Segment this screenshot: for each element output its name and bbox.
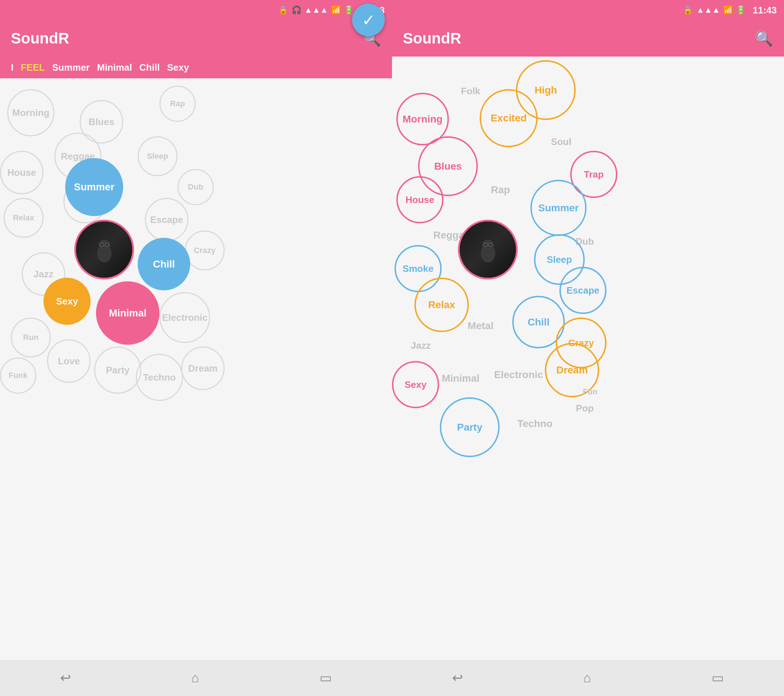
signal-icon-r: 📶 — [723, 5, 733, 15]
bubble-sexy-r[interactable]: Sexy — [392, 361, 439, 408]
lock-icon-r: 🔒 — [683, 5, 693, 15]
home-button-right[interactable]: ⌂ — [583, 670, 591, 686]
app-title-right: SoundR — [403, 30, 755, 47]
main-content-right: FolkHighMorningExcitedBluesSoulTrapHouse… — [392, 56, 784, 660]
battery-icon-r: 🔋 — [736, 5, 746, 15]
bubble-sexy-l[interactable]: Sexy — [43, 278, 91, 325]
svg-point-11 — [489, 244, 492, 246]
bubble-minimal-l[interactable]: Minimal — [96, 281, 160, 345]
bubble-love-l[interactable]: Love — [47, 339, 91, 383]
bubble-summer-l[interactable]: Summer — [65, 158, 123, 216]
svg-point-5 — [106, 244, 108, 246]
filter-summer[interactable]: Summer — [52, 62, 90, 73]
status-icons-right: ▲▲▲ 📶 🔋 — [696, 5, 745, 15]
battery-icon: 🔋 — [344, 5, 354, 15]
recents-button-right[interactable]: ▭ — [712, 670, 724, 686]
bubble-current-r[interactable] — [458, 220, 518, 279]
app-title-left: SoundR — [11, 30, 363, 47]
main-content-left: MorningBluesRapReggaeHouseSleepMetalDubR… — [0, 78, 392, 660]
status-bar-right: 🔒 ▲▲▲ 📶 🔋 11:43 — [392, 0, 784, 20]
bubble-dub-l[interactable]: Dub — [178, 169, 214, 205]
svg-point-4 — [101, 244, 103, 246]
bubble-techno-r[interactable]: Techno — [509, 397, 561, 450]
bubble-funk-l[interactable]: Funk — [0, 358, 36, 394]
bubble-house-l[interactable]: House — [0, 151, 43, 194]
headphone-icon: 🎧 — [292, 5, 301, 15]
bottom-nav-left: ↩ ⌂ ▭ — [0, 660, 392, 696]
bubble-run-l[interactable]: Run — [11, 318, 51, 358]
status-bar-left: 🔒 🎧 ▲▲▲ 📶 🔋 11:43 — [0, 0, 392, 20]
wifi-icon-r: ▲▲▲ — [696, 5, 720, 15]
bubble-escape-l[interactable]: Escape — [145, 198, 188, 241]
bottom-nav-right: ↩ ⌂ ▭ — [392, 660, 784, 696]
bubble-escape-r[interactable]: Escape — [559, 267, 606, 314]
bubble-rap-r[interactable]: Rap — [473, 162, 529, 218]
filter-chill[interactable]: Chill — [140, 62, 160, 73]
bubble-party-r[interactable]: Party — [440, 397, 500, 457]
bubble-excited-r[interactable]: Excited — [480, 89, 538, 147]
back-button-right[interactable]: ↩ — [452, 670, 463, 686]
filter-minimal[interactable]: Minimal — [97, 62, 132, 73]
bubble-canvas-right: FolkHighMorningExcitedBluesSoulTrapHouse… — [392, 56, 784, 660]
bubble-minimal-r[interactable]: Minimal — [433, 350, 489, 406]
bubble-party-l[interactable]: Party — [94, 346, 141, 394]
bubble-electronic-r[interactable]: Electronic — [491, 346, 547, 403]
recents-button-left[interactable]: ▭ — [320, 670, 332, 686]
back-button-left[interactable]: ↩ — [60, 670, 71, 686]
bubble-dream-l[interactable]: Dream — [181, 346, 225, 390]
bubble-canvas-left: MorningBluesRapReggaeHouseSleepMetalDubR… — [0, 78, 392, 660]
bubble-rap-l[interactable]: Rap — [160, 86, 196, 122]
bubble-current-l[interactable] — [74, 220, 134, 279]
bubble-sleep-l[interactable]: Sleep — [138, 136, 178, 176]
filter-feel[interactable]: FEEL — [21, 62, 44, 73]
svg-point-10 — [484, 244, 487, 246]
right-phone-screen: 🔒 ▲▲▲ 📶 🔋 11:43 SoundR 🔍 FolkHighMorning… — [392, 0, 784, 696]
search-button-right[interactable]: 🔍 — [755, 30, 773, 47]
status-time-right: 11:43 — [753, 5, 777, 16]
bubble-techno-l[interactable]: Techno — [136, 354, 183, 401]
bubble-chill-l[interactable]: Chill — [138, 238, 190, 290]
bubble-electronic-l[interactable]: Electronic — [160, 292, 210, 343]
bubble-relax-l[interactable]: Relax — [3, 198, 43, 238]
app-bar-right: SoundR 🔍 — [392, 20, 784, 56]
bubble-morning-l[interactable]: Morning — [7, 89, 54, 136]
filter-i: I — [11, 62, 13, 73]
fab-check-button[interactable]: ✓ — [352, 3, 385, 36]
bubble-metal-r[interactable]: Metal — [454, 299, 507, 352]
app-bar-left: SoundR 🔍 — [0, 20, 392, 56]
filter-bar: I FEEL Summer Minimal Chill Sexy — [0, 56, 392, 78]
bubble-pop-r[interactable]: Pop — [559, 383, 610, 434]
home-button-left[interactable]: ⌂ — [191, 670, 199, 686]
bubble-crazy-l[interactable]: Crazy — [185, 231, 225, 270]
status-icons-left: 🎧 ▲▲▲ 📶 🔋 — [292, 5, 353, 15]
wifi-icon: ▲▲▲ — [304, 5, 328, 15]
filter-sexy[interactable]: Sexy — [167, 62, 189, 73]
signal-icon: 📶 — [331, 5, 341, 15]
lock-icon: 🔒 — [278, 5, 288, 15]
left-phone-screen: 🔒 🎧 ▲▲▲ 📶 🔋 11:43 SoundR 🔍 I FEEL Summer… — [0, 0, 392, 696]
